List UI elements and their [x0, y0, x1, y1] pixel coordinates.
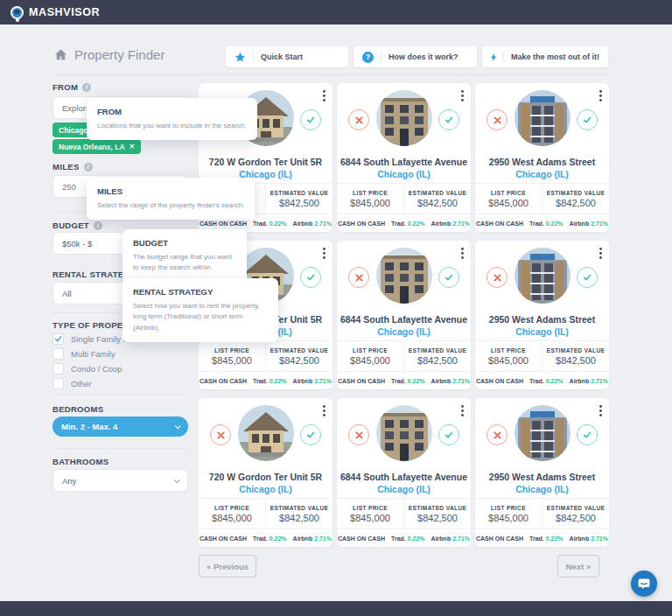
- cash-on-cash-row: CASH ON CASH Trad. 0.22% Airbnb 2.71%: [199, 372, 332, 389]
- cash-on-cash-label: CASH ON CASH: [338, 378, 385, 384]
- property-city-link[interactable]: Chicago (IL): [337, 326, 471, 339]
- from-label: FROMi: [52, 82, 91, 92]
- checkbox-icon: [52, 363, 64, 374]
- accept-property-button[interactable]: [300, 109, 321, 130]
- estimated-value-label: ESTIMATED VALUE: [270, 505, 328, 511]
- next-button[interactable]: Next »: [557, 555, 599, 578]
- accept-property-button[interactable]: [438, 267, 459, 288]
- property-type-checkbox[interactable]: Other: [52, 378, 92, 389]
- mashvisor-logo-icon: [10, 6, 24, 19]
- estimated-value-label: ESTIMATED VALUE: [270, 347, 328, 354]
- list-price-label: LIST PRICE: [214, 347, 249, 354]
- card-photo-block: [337, 241, 471, 314]
- property-photo[interactable]: [514, 248, 570, 304]
- bathrooms-label: BATHROOMS: [52, 457, 108, 466]
- reject-property-button[interactable]: [486, 267, 508, 288]
- estimated-value-label: ESTIMATED VALUE: [409, 347, 466, 354]
- accept-property-button[interactable]: [300, 267, 321, 288]
- remove-tag-icon[interactable]: ✕: [130, 143, 136, 150]
- quick-start-button[interactable]: Quick Start: [226, 46, 348, 67]
- info-icon[interactable]: i: [84, 163, 93, 172]
- price-row: LIST PRICE $845,000 ESTIMATED VALUE $842…: [475, 340, 609, 372]
- estimated-value-value: $842,500: [279, 198, 319, 208]
- property-card: 2950 West Adams Street Chicago (IL) LIST…: [475, 398, 609, 547]
- cash-on-cash-label: CASH ON CASH: [338, 220, 385, 227]
- property-city-link[interactable]: Chicago (IL): [475, 483, 609, 496]
- accept-property-button[interactable]: [577, 267, 598, 288]
- bedrooms-select[interactable]: Min. 2 - Max. 4: [52, 416, 188, 437]
- list-price-label: LIST PRICE: [491, 190, 526, 196]
- property-city-link[interactable]: Chicago (IL): [337, 483, 471, 496]
- button-divider: [381, 52, 382, 62]
- estimated-value-value: $842,500: [417, 198, 458, 208]
- quick-start-label: Quick Start: [261, 52, 303, 61]
- rental-strategy-tooltip: RENTAL STRATEGY Select how you want to r…: [122, 278, 278, 342]
- list-price-label: LIST PRICE: [353, 190, 388, 196]
- list-price-value: $845,000: [488, 355, 528, 366]
- checkbox-icon: [52, 348, 64, 360]
- property-photo[interactable]: [514, 90, 570, 146]
- reject-property-button[interactable]: [486, 424, 508, 445]
- property-city-link[interactable]: Chicago (IL): [199, 483, 332, 496]
- card-photo-block: [337, 398, 471, 472]
- property-address: 2950 West Adams Street: [475, 472, 609, 483]
- cash-on-cash-label: CASH ON CASH: [476, 378, 523, 384]
- page-title: Property Finder: [54, 47, 164, 62]
- property-address: 2950 West Adams Street: [475, 157, 609, 168]
- list-price-label: LIST PRICE: [491, 505, 526, 511]
- property-photo[interactable]: [376, 405, 432, 461]
- reject-property-button[interactable]: [348, 267, 369, 288]
- accept-property-button[interactable]: [438, 109, 459, 130]
- chevron-down-icon: [175, 423, 181, 429]
- estimated-value-value: $842,500: [556, 513, 596, 523]
- tooltip-text: Select how you want to rent the property…: [133, 301, 268, 333]
- reject-property-button[interactable]: [486, 109, 508, 130]
- property-photo[interactable]: [376, 248, 432, 304]
- accept-property-button[interactable]: [300, 424, 321, 445]
- mashvisor-logo[interactable]: MASHVISOR: [10, 6, 100, 19]
- estimated-value-value: $842,500: [279, 355, 319, 366]
- how-does-it-work-label: How does it work?: [388, 52, 458, 61]
- list-price-cell: LIST PRICE $845,000: [337, 499, 403, 528]
- estimated-value-label: ESTIMATED VALUE: [409, 190, 466, 196]
- info-icon[interactable]: i: [82, 83, 91, 92]
- property-photo[interactable]: [376, 90, 432, 146]
- property-city-link[interactable]: Chicago (IL): [337, 168, 471, 181]
- property-photo[interactable]: [238, 405, 294, 461]
- estimated-value-label: ESTIMATED VALUE: [547, 505, 605, 511]
- reject-property-button[interactable]: [348, 424, 369, 445]
- estimated-value-cell: ESTIMATED VALUE $842,500: [265, 341, 332, 371]
- price-row: LIST PRICE $845,000 ESTIMATED VALUE $842…: [337, 340, 471, 372]
- cash-on-cash-label: CASH ON CASH: [200, 378, 247, 384]
- bedrooms-label: BEDROOMS: [52, 404, 103, 414]
- property-city-link[interactable]: Chicago (IL): [475, 326, 609, 339]
- bathrooms-select[interactable]: Any: [52, 469, 188, 492]
- property-city-link[interactable]: Chicago (IL): [475, 168, 609, 181]
- property-type-checkbox[interactable]: Multi Family: [52, 348, 116, 360]
- list-price-label: LIST PRICE: [214, 505, 249, 511]
- cash-on-cash-label: CASH ON CASH: [338, 536, 385, 542]
- from-tooltip: FROM Locations that you want to include …: [87, 98, 257, 140]
- reject-property-button[interactable]: [210, 424, 231, 445]
- accept-property-button[interactable]: [577, 109, 598, 130]
- estimated-value-value: $842,500: [279, 513, 319, 523]
- cash-on-cash-row: CASH ON CASH Trad. 0.22% Airbnb 2.71%: [475, 372, 609, 389]
- property-type-checkbox[interactable]: Condo / Coop: [52, 363, 122, 374]
- how-does-it-work-button[interactable]: ? How does it work?: [354, 46, 477, 67]
- sidebar-divider: [52, 394, 188, 395]
- info-icon[interactable]: i: [94, 221, 102, 230]
- property-photo[interactable]: [514, 405, 570, 461]
- estimated-value-label: ESTIMATED VALUE: [409, 505, 466, 511]
- accept-property-button[interactable]: [577, 424, 598, 445]
- estimated-value-cell: ESTIMATED VALUE $842,500: [265, 184, 332, 214]
- card-photo-block: [475, 241, 609, 314]
- make-the-most-button[interactable]: Make the most out of it!: [482, 46, 608, 67]
- reject-property-button[interactable]: [348, 109, 369, 130]
- previous-button[interactable]: « Previous: [199, 555, 256, 578]
- chat-launcher[interactable]: [631, 570, 657, 597]
- property-address: 2950 West Adams Street: [475, 314, 609, 326]
- list-price-cell: LIST PRICE $845,000: [199, 499, 265, 528]
- accept-property-button[interactable]: [438, 424, 459, 445]
- button-divider: [253, 52, 254, 62]
- airbnb-metric: Airbnb 2.71%: [431, 536, 470, 542]
